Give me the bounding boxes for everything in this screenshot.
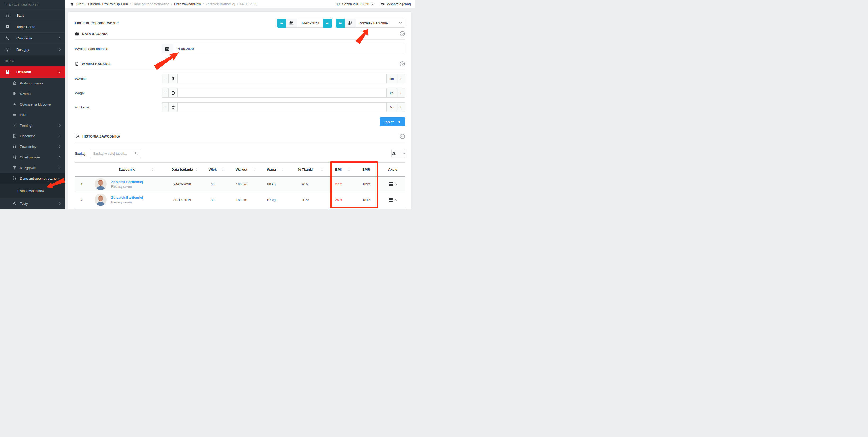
height-unit: cm: [386, 74, 397, 83]
col-wiek[interactable]: Wiek: [199, 163, 226, 176]
player-name-link[interactable]: Zdrzałek Bartłomiej: [111, 196, 143, 199]
megaphone-icon: [12, 102, 17, 107]
cell-height: 180 cm: [226, 198, 257, 202]
height-input[interactable]: [178, 74, 386, 83]
season-selector[interactable]: ⚙ Sezon 2019/2020: [336, 2, 374, 6]
breadcrumb-date[interactable]: 14-05-2020: [240, 2, 257, 6]
sidebar-item-podsumowanie[interactable]: Podsumowanie: [0, 78, 65, 88]
weight-input[interactable]: [178, 88, 386, 98]
section-wyniki-badania: WYNIKI BADANIA: [75, 58, 405, 70]
col-bmr[interactable]: BMR: [352, 163, 380, 176]
sidebar-item-szatnia[interactable]: Szatnia: [0, 88, 65, 99]
date-nav-value[interactable]: 14-05-2020: [297, 19, 323, 28]
sidebar-item-rozgrywki[interactable]: Rozgrywki: [0, 162, 65, 173]
date-field-label: Wybierz data badania:: [75, 47, 161, 51]
height-minus-button[interactable]: -: [161, 74, 169, 83]
sidebar-item-label: Pliki: [20, 113, 26, 117]
col-data-badania[interactable]: Data badania: [165, 163, 199, 176]
weight-field: - kg +: [161, 88, 405, 98]
export-button[interactable]: [391, 149, 405, 158]
save-button[interactable]: Zapisz: [380, 117, 405, 127]
col-zawodnik[interactable]: Zawodnik: [88, 163, 165, 176]
next-date-button[interactable]: [323, 19, 332, 28]
sort-icon[interactable]: [348, 168, 350, 171]
sort-icon[interactable]: [152, 168, 153, 171]
cell-bmi: 27.2: [325, 182, 352, 186]
sidebar-item-dziennik[interactable]: Dziennik: [0, 66, 65, 78]
col-wzrost[interactable]: Wzrost: [226, 163, 257, 176]
calendar-icon[interactable]: [286, 19, 297, 28]
sort-icon[interactable]: [377, 168, 378, 171]
sidebar-item-tactic-board[interactable]: Tactic Board: [0, 21, 65, 33]
sidebar-item-testy[interactable]: Testy: [0, 198, 65, 209]
chevron-up-icon[interactable]: [395, 183, 397, 186]
col-tkanki[interactable]: % Tkanki: [286, 163, 325, 176]
fat-minus-button[interactable]: -: [161, 102, 169, 112]
fat-field: - % +: [161, 102, 405, 112]
calendar-icon[interactable]: [161, 44, 173, 54]
sidebar-item-opiekunowie[interactable]: Opiekunowie: [0, 152, 65, 162]
col-waga[interactable]: Waga: [257, 163, 286, 176]
sidebar-item-zawodnicy[interactable]: Zawodnicy: [0, 141, 65, 152]
chevron-right-icon: [58, 156, 61, 159]
sort-icon[interactable]: [282, 168, 284, 171]
player-avatar[interactable]: [95, 194, 107, 206]
sidebar-item-dane-antropometryczne[interactable]: Dane antropometryczne: [0, 173, 65, 183]
breadcrumb-dane[interactable]: Dane antropometryczne: [133, 2, 172, 6]
players-icon[interactable]: [344, 19, 356, 28]
col-bmi[interactable]: BMI: [325, 163, 352, 176]
sort-icon[interactable]: [321, 168, 323, 171]
support-chat-link[interactable]: Wsparcie (chat): [380, 2, 411, 6]
collapse-section-icon[interactable]: [400, 134, 405, 139]
sidebar-item-label: Dziennik: [17, 70, 31, 74]
player-name-link[interactable]: Zdrzałek Bartłomiej: [111, 180, 143, 184]
sort-icon[interactable]: [196, 168, 197, 171]
date-input[interactable]: 14-05-2020: [173, 44, 405, 54]
sidebar-item-lista-zawodnikow[interactable]: Lista zawodników: [0, 183, 65, 198]
prev-date-button[interactable]: [277, 19, 286, 28]
breadcrumb-start[interactable]: Start: [76, 2, 86, 6]
weight-plus-button[interactable]: +: [397, 88, 405, 98]
sort-icon[interactable]: [222, 168, 224, 171]
sort-icon[interactable]: [253, 168, 255, 171]
breadcrumb-lista[interactable]: Lista zawodników: [174, 2, 204, 6]
fat-plus-button[interactable]: +: [397, 102, 405, 112]
search-input[interactable]: [90, 149, 141, 158]
weight-minus-button[interactable]: -: [161, 88, 169, 98]
collapse-section-icon[interactable]: [400, 31, 405, 36]
support-label: Wsparcie (chat): [387, 2, 411, 6]
season-label: Sezon 2019/2020: [342, 2, 369, 6]
sidebar-item-start[interactable]: Start: [0, 10, 65, 21]
sidebar-item-treningi[interactable]: 31 Treningi: [0, 120, 65, 131]
trainings-calendar-icon: 31: [12, 123, 17, 128]
sidebar-item-label: Testy: [20, 202, 28, 205]
table-search: [90, 149, 141, 158]
row-actions-menu-icon[interactable]: [389, 182, 393, 186]
trophy-icon: [12, 166, 17, 170]
cell-age: 38: [199, 182, 226, 186]
sidebar-item-ogloszenia[interactable]: Ogłoszenia klubowe: [0, 99, 65, 109]
cell-fat: 26 %: [286, 182, 325, 186]
sidebar-item-obecnosc[interactable]: Obecność: [0, 131, 65, 141]
row-actions-menu-icon[interactable]: [389, 198, 393, 202]
svg-text:31: 31: [14, 125, 16, 127]
sidebar-item-label: Szatnia: [20, 92, 31, 96]
height-plus-button[interactable]: +: [397, 74, 405, 83]
player-avatar[interactable]: [95, 178, 107, 190]
content-area: Dane antropometryczne 14-05-2020: [65, 8, 415, 209]
sidebar-item-pliki[interactable]: Pliki: [0, 109, 65, 120]
chevron-up-icon[interactable]: [395, 199, 397, 201]
calendar-icon: [75, 32, 79, 36]
fat-input[interactable]: [178, 102, 386, 112]
prev-player-button[interactable]: [336, 19, 345, 28]
breadcrumb-player[interactable]: Zdrzałek Bartłomiej: [206, 2, 238, 6]
player-select[interactable]: Zdrzałek Bartłomiej: [355, 19, 405, 28]
sidebar-section-personal: FUNKCJE OSOBISTE: [0, 0, 65, 9]
sidebar-item-cwiczenia[interactable]: Ćwiczenia: [0, 33, 65, 44]
sidebar-item-dostepy[interactable]: Dostępy: [0, 44, 65, 55]
section-data-badania: DATA BADANIA: [75, 28, 405, 40]
breadcrumb-club[interactable]: Dziennik ProTrainUp Club: [88, 2, 130, 6]
height-ruler-icon: [168, 74, 178, 83]
home-icon[interactable]: [70, 2, 74, 6]
collapse-section-icon[interactable]: [400, 61, 405, 66]
